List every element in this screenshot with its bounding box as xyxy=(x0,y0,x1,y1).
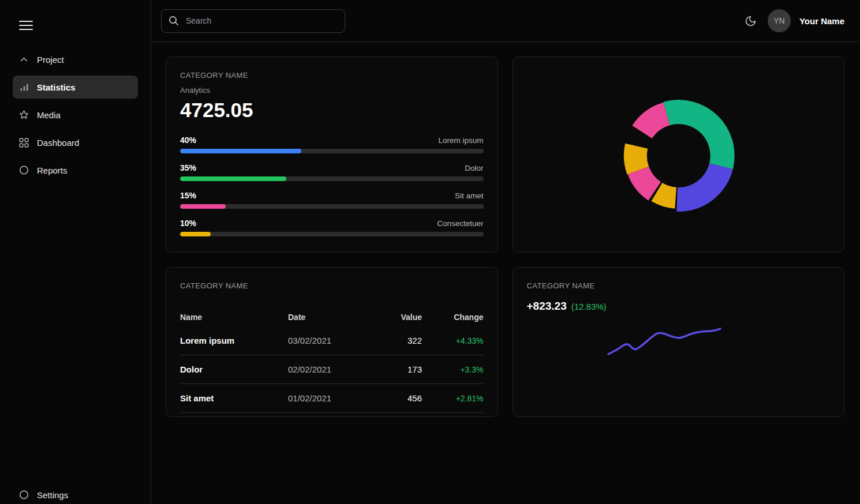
sparkline-path xyxy=(608,329,720,354)
topbar: YN Your Name xyxy=(151,0,860,42)
progress-label: Sit amet xyxy=(455,191,484,200)
sidebar-footer: Settings xyxy=(9,483,141,504)
content-grid: CATEGORY NAME Analytics 4725.05 40%Lorem… xyxy=(151,42,860,504)
chevron-up-icon xyxy=(19,55,29,65)
table-card: CATEGORY NAME NameDateValueChange Lorem … xyxy=(166,267,498,417)
sidebar-item-label: Dashboard xyxy=(37,138,79,148)
column-header-value: Value xyxy=(372,313,422,322)
progress-row: 10%Consectetuer xyxy=(180,219,484,236)
search-icon xyxy=(169,16,179,26)
bar-chart-icon xyxy=(19,82,29,92)
sidebar-spacer xyxy=(9,186,141,470)
trend-card: CATEGORY NAME +823.23 (12.83%) xyxy=(513,267,845,417)
cell-name: Sit amet xyxy=(180,393,288,403)
sidebar-item-reports[interactable]: Reports xyxy=(13,159,138,182)
progress-percent: 10% xyxy=(180,219,196,228)
cell-value: 456 xyxy=(372,393,422,403)
grid-icon xyxy=(19,138,29,148)
sidebar-item-settings[interactable]: Settings xyxy=(13,483,138,504)
column-header-date: Date xyxy=(288,313,372,322)
column-header-name: Name xyxy=(180,313,288,322)
circle-icon xyxy=(19,490,29,500)
cell-value: 173 xyxy=(372,364,422,374)
progress-fill xyxy=(180,232,211,236)
sidebar-item-label: Statistics xyxy=(37,82,76,92)
progress-track xyxy=(180,149,484,153)
donut-chart-card xyxy=(513,57,845,253)
donut-segment xyxy=(676,163,732,212)
search-box[interactable] xyxy=(161,9,345,33)
cell-date: 01/02/2021 xyxy=(288,393,372,403)
sidebar-nav: ProjectStatisticsMediaDashboardReports xyxy=(9,48,141,186)
progress-track xyxy=(180,204,484,209)
progress-row: 15%Sit amet xyxy=(180,191,484,209)
search-input[interactable] xyxy=(185,16,338,26)
progress-label: Consectetuer xyxy=(437,219,483,228)
table-row: Lorem ipsum03/02/2021322+4.33% xyxy=(180,326,484,355)
progress-fill xyxy=(180,149,301,153)
table-header-row: NameDateValueChange xyxy=(180,301,484,326)
cell-change: +4.33% xyxy=(422,336,484,345)
sidebar: ProjectStatisticsMediaDashboardReports S… xyxy=(0,0,151,504)
avatar-initials: YN xyxy=(773,16,784,25)
star-icon xyxy=(19,110,29,120)
sidebar-item-label: Reports xyxy=(37,166,68,175)
trend-value-row: +823.23 (12.83%) xyxy=(527,300,831,313)
theme-toggle-button[interactable] xyxy=(742,13,759,29)
circle-icon xyxy=(19,166,29,175)
avatar[interactable]: YN xyxy=(768,9,791,32)
progress-label: Dolor xyxy=(465,164,483,172)
user-name: Your Name xyxy=(799,16,844,26)
menu-toggle-button[interactable] xyxy=(16,18,36,35)
sidebar-item-label: Settings xyxy=(37,490,68,500)
progress-percent: 35% xyxy=(180,163,196,172)
trend-sparkline-chart xyxy=(607,327,721,357)
donut-chart xyxy=(513,57,844,252)
sidebar-item-dashboard[interactable]: Dashboard xyxy=(13,131,138,154)
main-area: YN Your Name CATEGORY NAME Analytics 472… xyxy=(151,0,860,504)
table-row: Sit amet01/02/2021456+2.81% xyxy=(180,384,484,413)
progress-percent: 15% xyxy=(180,191,196,200)
moon-icon xyxy=(745,15,757,27)
cell-change: +3.3% xyxy=(422,365,484,374)
hamburger-icon xyxy=(18,25,33,33)
category-label: CATEGORY NAME xyxy=(180,281,484,290)
analytics-card: CATEGORY NAME Analytics 4725.05 40%Lorem… xyxy=(166,57,498,253)
cell-date: 03/02/2021 xyxy=(288,336,372,345)
cell-name: Dolor xyxy=(180,364,288,374)
progress-track xyxy=(180,232,484,236)
sidebar-item-media[interactable]: Media xyxy=(13,103,138,126)
trend-value: +823.23 xyxy=(527,300,567,313)
table-row: Dolor02/02/2021173+3.3% xyxy=(180,355,484,384)
progress-percent: 40% xyxy=(180,136,196,145)
progress-label: Lorem ipsum xyxy=(438,136,483,145)
cell-change: +2.81% xyxy=(422,394,484,403)
column-header-change: Change xyxy=(422,313,484,322)
progress-track xyxy=(180,176,484,181)
cell-date: 02/02/2021 xyxy=(288,364,372,374)
sidebar-item-statistics[interactable]: Statistics xyxy=(13,76,138,99)
table-body: Lorem ipsum03/02/2021322+4.33%Dolor02/02… xyxy=(180,326,484,413)
cell-name: Lorem ipsum xyxy=(180,336,288,345)
progress-fill xyxy=(180,176,286,181)
app-root: ProjectStatisticsMediaDashboardReports S… xyxy=(0,0,860,504)
analytics-subtitle: Analytics xyxy=(180,86,484,95)
category-label: CATEGORY NAME xyxy=(180,71,484,80)
topbar-right: YN Your Name xyxy=(742,9,844,32)
progress-fill xyxy=(180,204,226,209)
progress-bar-list: 40%Lorem ipsum35%Dolor15%Sit amet10%Cons… xyxy=(180,136,484,236)
progress-row: 35%Dolor xyxy=(180,163,484,181)
trend-change-percent: (12.83%) xyxy=(571,302,607,311)
donut-segment xyxy=(632,103,670,138)
sidebar-item-project[interactable]: Project xyxy=(13,48,138,71)
cell-value: 322 xyxy=(372,336,422,345)
sidebar-item-label: Media xyxy=(37,110,61,120)
category-label: CATEGORY NAME xyxy=(527,281,831,290)
sidebar-item-label: Project xyxy=(37,55,64,65)
progress-row: 40%Lorem ipsum xyxy=(180,136,484,153)
analytics-total-value: 4725.05 xyxy=(180,99,484,122)
donut-segment xyxy=(663,100,735,169)
